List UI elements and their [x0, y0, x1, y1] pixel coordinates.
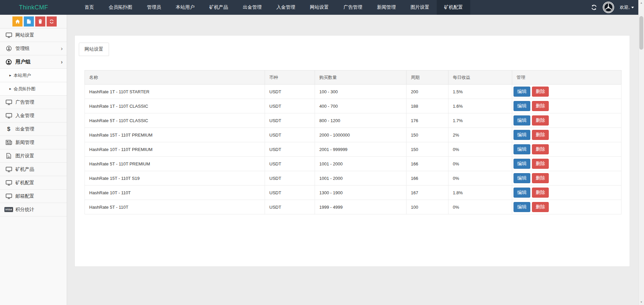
sidebar-item-label: 积分统计 [15, 207, 34, 213]
scrollbar-thumb[interactable] [639, 16, 643, 50]
sidebar-item-ads[interactable]: 广告管理 [0, 96, 67, 109]
nav-item-ads[interactable]: 广告管理 [336, 0, 370, 15]
cell-period: 200 [407, 85, 448, 99]
delete-button[interactable]: 删除 [532, 115, 549, 125]
cell-manage: 编辑删除 [512, 113, 622, 128]
navbar-right-controls: 欢迎, [591, 0, 634, 15]
cell-daily-yield: 2% [448, 128, 512, 142]
cell-daily-yield: 1.5% [448, 85, 512, 99]
cell-period: 166 [407, 171, 448, 186]
dollar-icon: $ [5, 126, 13, 133]
sidebar-item-label: 矿机配置 [15, 180, 34, 186]
sidebar-item-deposit[interactable]: 入金管理 [0, 109, 67, 122]
table-row: HashRate 15T - 110T PREMIUM USDT 2000 - … [85, 128, 622, 142]
sidebar-item-label: 图片设置 [15, 153, 34, 159]
nav-item-member-topology[interactable]: 会员拓扑图 [101, 0, 140, 15]
cell-name: HashRate 15T - 110T PREMIUM [85, 128, 265, 142]
sidebar-item-label: 管理组 [15, 46, 30, 52]
cell-quantity: 2000 - 1000000 [315, 128, 407, 142]
sidebar-subitem-site-users[interactable]: ▸ 本站用户 [0, 69, 67, 82]
cell-quantity: 1999 - 4999 [315, 200, 407, 214]
refresh-icon[interactable] [591, 4, 597, 11]
edit-button[interactable]: 编辑 [514, 173, 530, 183]
sidebar-item-news[interactable]: 新闻管理 [0, 136, 67, 149]
edit-button[interactable]: 编辑 [514, 144, 530, 154]
cell-daily-yield: 1.8% [448, 186, 512, 200]
sidebar-item-user-group[interactable]: 用户组 › [0, 55, 67, 69]
nav-item-withdraw[interactable]: 出金管理 [235, 0, 269, 15]
edit-button[interactable]: 编辑 [514, 159, 530, 169]
products-table: 名称 币种 购买数量 周期 每日收益 管理 HashRate 1T - 110T… [85, 70, 622, 214]
edit-button[interactable]: 编辑 [514, 188, 530, 198]
nav-item-home[interactable]: 首页 [77, 0, 101, 15]
tab-site-settings[interactable]: 网站设置 [79, 43, 109, 56]
sidebar-item-points-stats[interactable]: VISA 积分统计 [0, 203, 67, 216]
col-header-daily-yield: 每日收益 [448, 70, 512, 85]
cell-period: 100 [407, 200, 448, 214]
edit-button[interactable]: 编辑 [514, 87, 530, 97]
edit-button[interactable]: 编辑 [514, 202, 530, 212]
sidebar-item-label: 会员拓扑图 [14, 86, 36, 92]
monitor-icon [5, 167, 13, 172]
cell-daily-yield: 0% [448, 157, 512, 171]
sidebar-item-site-settings[interactable]: 网站设置 [0, 29, 67, 42]
col-header-manage: 管理 [512, 70, 622, 85]
cell-manage: 编辑删除 [512, 99, 622, 113]
sidebar-item-label: 入金管理 [15, 113, 34, 119]
delete-button[interactable]: 删除 [532, 144, 549, 154]
scroll-down-icon[interactable]: ▼ [639, 301, 644, 304]
cell-currency: USDT [265, 85, 315, 99]
nav-item-miner-products[interactable]: 矿机产品 [202, 0, 235, 15]
window-scrollbar[interactable]: ▲ ▼ [638, 0, 644, 305]
sidebar-item-label: 本站用户 [14, 72, 31, 79]
sidebar-item-label: 出金管理 [15, 126, 34, 132]
content-panel: 网站设置 名称 币种 购买数量 周期 每日收益 管理 HashRate 1T -… [74, 35, 630, 267]
caret-down-icon [631, 7, 634, 8]
recycle-icon[interactable] [47, 16, 57, 27]
table-row: HashRate 10T - 110T USDT 1300 - 1900 167… [85, 186, 622, 200]
delete-button[interactable]: 删除 [532, 87, 549, 97]
nav-item-news[interactable]: 新闻管理 [370, 0, 403, 15]
delete-button[interactable]: 删除 [532, 159, 549, 169]
nav-item-site-settings[interactable]: 网站设置 [303, 0, 336, 15]
welcome-dropdown[interactable]: 欢迎, [620, 4, 634, 10]
nav-item-admins[interactable]: 管理员 [140, 0, 168, 15]
cell-daily-yield: 1.7% [448, 113, 512, 128]
cell-manage: 编辑删除 [512, 200, 622, 214]
delete-button[interactable]: 删除 [532, 173, 549, 183]
nav-item-deposit[interactable]: 入金管理 [269, 0, 303, 15]
chevron-right-icon: › [61, 59, 63, 65]
scroll-up-icon[interactable]: ▲ [639, 1, 644, 4]
cell-period: 167 [407, 186, 448, 200]
user-avatar[interactable] [603, 2, 614, 13]
brand-logo[interactable]: ThinkCMF [0, 0, 67, 15]
sidebar-item-image-settings[interactable]: 图片设置 [0, 149, 67, 163]
trash-icon[interactable] [35, 16, 45, 27]
sidebar-quick-actions [0, 15, 67, 29]
sidebar-item-miner-config[interactable]: 矿机配置 [0, 176, 67, 190]
nav-item-miner-config[interactable]: 矿机配置 [437, 0, 470, 15]
edit-button[interactable]: 编辑 [514, 101, 530, 111]
delete-button[interactable]: 删除 [532, 188, 549, 198]
edit-button[interactable]: 编辑 [514, 130, 530, 140]
cell-currency: USDT [265, 113, 315, 128]
delete-button[interactable]: 删除 [532, 202, 549, 212]
delete-button[interactable]: 删除 [532, 101, 549, 111]
nav-item-site-users[interactable]: 本站用户 [168, 0, 202, 15]
table-row: HashRate 15T - 110T S19 USDT 1001 - 2000… [85, 171, 622, 186]
cell-currency: USDT [265, 186, 315, 200]
file-icon[interactable] [24, 16, 34, 27]
nav-item-image-settings[interactable]: 图片设置 [403, 0, 437, 15]
sidebar-item-mail-config[interactable]: 邮箱配置 [0, 190, 67, 203]
sidebar-item-miner-products[interactable]: 矿机产品 [0, 163, 67, 176]
sidebar-item-withdraw[interactable]: $ 出金管理 [0, 122, 67, 136]
home-icon[interactable] [12, 16, 22, 27]
sidebar-subitem-member-topology[interactable]: ▸ 会员拓扑图 [0, 82, 67, 96]
cell-name: HashRate 5T - 110T CLASSIC [85, 113, 265, 128]
sidebar-item-admin-group[interactable]: 管理组 › [0, 42, 67, 55]
delete-button[interactable]: 删除 [532, 130, 549, 140]
user-circle-icon [5, 46, 13, 51]
monitor-icon [5, 100, 13, 105]
edit-button[interactable]: 编辑 [514, 115, 530, 125]
sidebar-item-label: 邮箱配置 [15, 193, 34, 199]
